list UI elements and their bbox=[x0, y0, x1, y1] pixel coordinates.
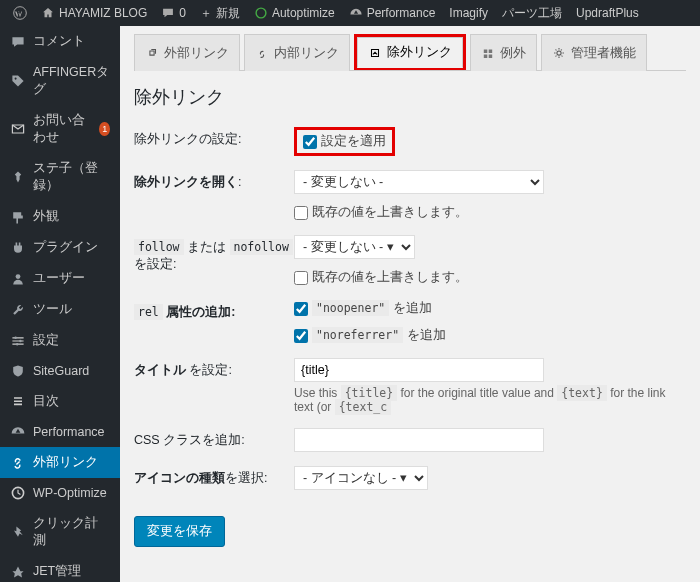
updraftplus[interactable]: UpdraftPlus bbox=[569, 0, 646, 26]
svg-point-2 bbox=[15, 78, 17, 80]
parts[interactable]: パーツ工場 bbox=[495, 0, 569, 26]
wp-logo[interactable] bbox=[6, 0, 34, 26]
comments-count[interactable]: 0 bbox=[154, 0, 193, 26]
open-overwrite-checkbox[interactable] bbox=[294, 206, 308, 220]
sidebar-item-label: 目次 bbox=[33, 393, 59, 410]
sidebar-item-12[interactable]: 外部リンク bbox=[0, 447, 120, 478]
icon-select[interactable]: - アイコンなし - ▾ bbox=[294, 466, 428, 490]
save-button[interactable]: 変更を保存 bbox=[134, 516, 225, 547]
label-follow: follow または nofollow を設定: bbox=[134, 235, 294, 273]
comment-icon bbox=[10, 34, 26, 50]
badge: 1 bbox=[99, 122, 110, 136]
follow-overwrite-checkbox[interactable] bbox=[294, 271, 308, 285]
sidebar-item-label: プラグイン bbox=[33, 239, 98, 256]
sidebar-item-0[interactable]: コメント bbox=[0, 26, 120, 57]
mail-icon bbox=[10, 121, 26, 137]
sidebar-item-label: 外観 bbox=[33, 208, 59, 225]
noreferrer-label[interactable]: "noreferrer" を追加 bbox=[294, 328, 446, 342]
autoptimize[interactable]: Autoptimize bbox=[247, 0, 342, 26]
label-title: タイトル を設定: bbox=[134, 358, 294, 379]
admin-bar: HAYAMIZ BLOG 0 ＋新規 Autoptimize Performan… bbox=[0, 0, 700, 26]
sidebar-item-label: お問い合わせ bbox=[33, 112, 92, 146]
comment-icon bbox=[161, 6, 175, 20]
sidebar-item-10[interactable]: 目次 bbox=[0, 386, 120, 417]
follow-overwrite-label[interactable]: 既存の値を上書きします。 bbox=[294, 270, 468, 284]
sidebar-item-3[interactable]: ステ子（登録） bbox=[0, 153, 120, 201]
svg-point-0 bbox=[14, 7, 27, 20]
jet-icon bbox=[10, 564, 26, 580]
site-name[interactable]: HAYAMIZ BLOG bbox=[34, 0, 154, 26]
label-apply: 除外リンクの設定: bbox=[134, 127, 294, 148]
apply-checkbox[interactable] bbox=[303, 135, 317, 149]
page-title: 除外リンク bbox=[134, 85, 686, 109]
tab-1[interactable]: 内部リンク bbox=[244, 34, 350, 71]
list-icon bbox=[10, 394, 26, 410]
row-follow: follow または nofollow を設定: - 変更しない - ▾ 既存の… bbox=[134, 235, 686, 286]
label-open: 除外リンクを開く: bbox=[134, 170, 294, 191]
sidebar-item-2[interactable]: お問い合わせ1 bbox=[0, 105, 120, 153]
apply-checkbox-label[interactable]: 設定を適用 bbox=[303, 134, 386, 148]
autoptimize-icon bbox=[254, 6, 268, 20]
open-overwrite-label[interactable]: 既存の値を上書きします。 bbox=[294, 205, 468, 219]
open-select[interactable]: - 変更しない - bbox=[294, 170, 544, 194]
follow-select[interactable]: - 変更しない - ▾ bbox=[294, 235, 415, 259]
sidebar-item-9[interactable]: SiteGuard bbox=[0, 356, 120, 386]
label-css: CSS クラスを追加: bbox=[134, 428, 294, 449]
sidebar-item-label: WP-Optimize bbox=[33, 486, 107, 500]
performance[interactable]: Performance bbox=[342, 0, 443, 26]
svg-point-10 bbox=[557, 51, 561, 55]
sidebar-item-1[interactable]: AFFINGERタグ bbox=[0, 57, 120, 105]
noopener-checkbox[interactable] bbox=[294, 302, 308, 316]
home-icon bbox=[41, 6, 55, 20]
shield-icon bbox=[10, 363, 26, 379]
css-input[interactable] bbox=[294, 428, 544, 452]
svg-point-5 bbox=[19, 339, 21, 341]
tab-4[interactable]: 管理者機能 bbox=[541, 34, 647, 71]
gauge-icon bbox=[349, 6, 363, 20]
label-rel: rel 属性の追加: bbox=[134, 300, 294, 321]
tab-icon bbox=[368, 46, 382, 60]
row-rel: rel 属性の追加: "noopener" を追加 "noreferrer" を… bbox=[134, 300, 686, 344]
row-open: 除外リンクを開く: - 変更しない - 既存の値を上書きします。 bbox=[134, 170, 686, 221]
new-content[interactable]: ＋新規 bbox=[193, 0, 247, 26]
sidebar-item-6[interactable]: ユーザー bbox=[0, 263, 120, 294]
gauge-icon bbox=[10, 424, 26, 440]
sidebar-item-14[interactable]: クリック計測 bbox=[0, 508, 120, 556]
tab-icon bbox=[481, 46, 495, 60]
noreferrer-checkbox[interactable] bbox=[294, 329, 308, 343]
sidebar-item-5[interactable]: プラグイン bbox=[0, 232, 120, 263]
sidebar-item-11[interactable]: Performance bbox=[0, 417, 120, 447]
svg-point-3 bbox=[16, 274, 21, 279]
row-title: タイトル を設定: Use this {title} for the origi… bbox=[134, 358, 686, 414]
noopener-label[interactable]: "noopener" を追加 bbox=[294, 301, 432, 315]
wrench-icon bbox=[10, 302, 26, 318]
sidebar-item-label: Performance bbox=[33, 425, 105, 439]
pin-icon bbox=[10, 169, 26, 185]
tab-3[interactable]: 例外 bbox=[470, 34, 537, 71]
tab-icon bbox=[145, 46, 159, 60]
sidebar-item-8[interactable]: 設定 bbox=[0, 325, 120, 356]
sidebar-item-13[interactable]: WP-Optimize bbox=[0, 478, 120, 508]
paint-icon bbox=[10, 209, 26, 225]
tab-0[interactable]: 外部リンク bbox=[134, 34, 240, 71]
sidebar-item-label: 外部リンク bbox=[33, 454, 98, 471]
sidebar-item-label: SiteGuard bbox=[33, 364, 89, 378]
title-input[interactable] bbox=[294, 358, 544, 382]
label-icon: アイコンの種類を選択: bbox=[134, 466, 294, 487]
imagify[interactable]: Imagify bbox=[442, 0, 495, 26]
row-apply: 除外リンクの設定: 設定を適用 bbox=[134, 127, 686, 156]
plus-icon: ＋ bbox=[200, 5, 212, 22]
tag-icon bbox=[10, 73, 26, 89]
sidebar-item-label: コメント bbox=[33, 33, 85, 50]
row-icon: アイコンの種類を選択: - アイコンなし - ▾ bbox=[134, 466, 686, 490]
site-name-label: HAYAMIZ BLOG bbox=[59, 6, 147, 20]
sidebar-item-15[interactable]: JET管理 bbox=[0, 556, 120, 582]
sidebar-item-4[interactable]: 外観 bbox=[0, 201, 120, 232]
tab-2[interactable]: 除外リンク bbox=[357, 37, 463, 68]
sidebar-item-label: ユーザー bbox=[33, 270, 85, 287]
admin-sidebar: コメントAFFINGERタグお問い合わせ1ステ子（登録）外観プラグインユーザーツ… bbox=[0, 26, 120, 582]
sidebar-item-7[interactable]: ツール bbox=[0, 294, 120, 325]
user-icon bbox=[10, 271, 26, 287]
sliders-icon bbox=[10, 333, 26, 349]
sidebar-item-label: ツール bbox=[33, 301, 72, 318]
